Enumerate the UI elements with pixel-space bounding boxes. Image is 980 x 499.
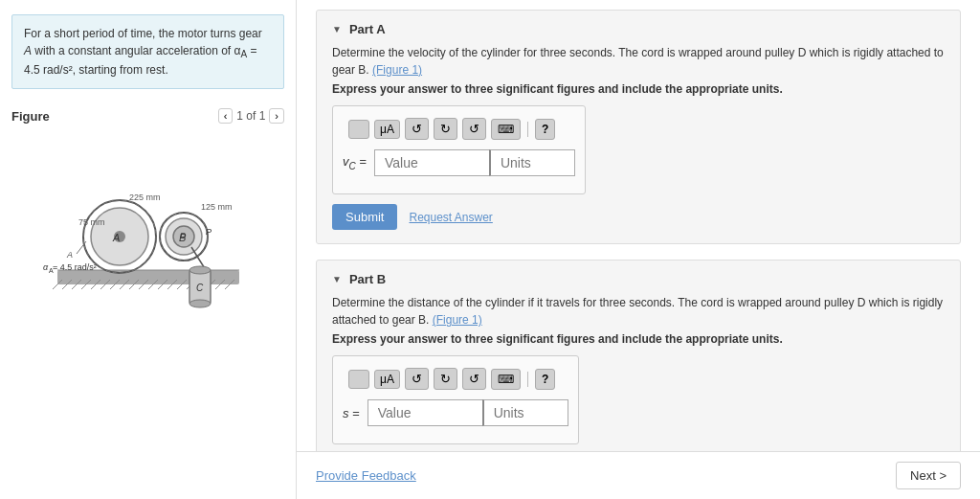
part-a-section: ▼ Part A Determine the velocity of the c…: [316, 10, 961, 244]
part-b-header: ▼ Part B: [332, 272, 945, 286]
part-a-mu-button[interactable]: μΑ: [374, 120, 400, 139]
part-a-instruction: Express your answer to three significant…: [332, 82, 945, 96]
part-b-answer-box: μΑ ↺ ↻ ↺ ⌨ ? s =: [332, 355, 579, 444]
part-a-label: Part A: [349, 22, 386, 36]
part-a-figure-ref[interactable]: (Figure 1): [372, 63, 422, 77]
part-b-grid-button[interactable]: [348, 370, 369, 389]
part-b-undo-button[interactable]: ↺: [405, 368, 429, 390]
part-a-units-input[interactable]: [489, 149, 575, 176]
part-b-figure-ref[interactable]: (Figure 1): [433, 313, 482, 327]
svg-text:125 mm: 125 mm: [201, 202, 233, 212]
footer-bar: Provide Feedback Next >: [297, 451, 980, 499]
part-b-toggle[interactable]: ▼: [332, 274, 342, 284]
part-b-toolbar: μΑ ↺ ↻ ↺ ⌨ ?: [343, 364, 568, 394]
part-a-help-button[interactable]: ?: [535, 119, 555, 140]
provide-feedback-button[interactable]: Provide Feedback: [316, 468, 416, 483]
part-b-label: Part B: [349, 272, 386, 286]
part-a-toggle[interactable]: ▼: [332, 24, 342, 34]
part-b-refresh-button[interactable]: ↺: [462, 368, 486, 390]
part-a-submit-button[interactable]: Submit: [332, 204, 397, 230]
part-a-request-answer-button[interactable]: Request Answer: [409, 211, 492, 224]
left-panel: For a short period of time, the motor tu…: [0, 0, 297, 499]
svg-point-32: [189, 266, 211, 274]
problem-text: For a short period of time, the motor tu…: [24, 27, 262, 77]
figure-image: A B D C A 225 mm 125 mm 75 mm α A = 4.5 …: [38, 131, 258, 323]
figure-next-button[interactable]: ›: [269, 108, 284, 124]
part-b-redo-button[interactable]: ↻: [434, 368, 457, 390]
part-b-value-input[interactable]: [368, 399, 482, 426]
part-a-toolbar: μΑ ↺ ↻ ↺ ⌨ ?: [343, 114, 575, 144]
right-panel: ▼ Part A Determine the velocity of the c…: [297, 0, 980, 499]
svg-rect-0: [57, 270, 239, 284]
svg-point-33: [189, 300, 211, 307]
svg-text:D: D: [180, 231, 187, 240]
part-a-description: Determine the velocity of the cylinder f…: [332, 44, 945, 79]
figure-header: Figure ‹ 1 of 1 ›: [11, 108, 284, 124]
part-b-toolbar-sep: [527, 372, 528, 387]
svg-text:A: A: [66, 250, 73, 260]
part-b-keyboard-button[interactable]: ⌨: [491, 369, 521, 390]
part-b-answer-row: s =: [343, 399, 568, 426]
part-a-action-row: Submit Request Answer: [332, 204, 945, 230]
part-a-undo-button[interactable]: ↺: [405, 118, 429, 140]
figure-nav: ‹ 1 of 1 ›: [218, 108, 284, 124]
part-b-description: Determine the distance of the cylinder i…: [332, 294, 945, 329]
svg-text:A: A: [112, 232, 120, 243]
part-a-redo-button[interactable]: ↻: [434, 118, 457, 140]
svg-text:C: C: [196, 283, 204, 293]
part-b-units-input[interactable]: [482, 399, 568, 426]
svg-text:75 mm: 75 mm: [78, 217, 105, 227]
part-a-refresh-button[interactable]: ↺: [462, 118, 486, 140]
part-a-answer-box: μΑ ↺ ↻ ↺ ⌨ ? vC =: [332, 105, 586, 194]
part-b-answer-label: s =: [343, 406, 360, 420]
part-a-keyboard-button[interactable]: ⌨: [491, 119, 521, 140]
part-a-value-input[interactable]: [374, 149, 489, 176]
figure-title: Figure: [11, 109, 50, 124]
part-a-header: ▼ Part A: [332, 22, 945, 36]
figure-svg: A B D C A 225 mm 125 mm 75 mm α A = 4.5 …: [38, 131, 258, 323]
figure-section: Figure ‹ 1 of 1 ›: [0, 99, 296, 499]
next-button[interactable]: Next >: [896, 462, 961, 489]
svg-text:= 4.5 rad/s²: = 4.5 rad/s²: [53, 262, 97, 272]
part-a-answer-row: vC =: [343, 149, 575, 176]
figure-page: 1 of 1: [236, 109, 265, 123]
part-b-help-button[interactable]: ?: [535, 369, 555, 390]
part-a-grid-button[interactable]: [348, 120, 369, 139]
part-b-instruction: Express your answer to three significant…: [332, 332, 945, 346]
svg-text:225 mm: 225 mm: [129, 193, 161, 202]
svg-text:P: P: [206, 227, 212, 237]
part-b-mu-button[interactable]: μΑ: [374, 370, 400, 389]
part-a-answer-label: vC =: [343, 154, 367, 171]
figure-prev-button[interactable]: ‹: [218, 108, 234, 124]
problem-statement: For a short period of time, the motor tu…: [11, 14, 284, 89]
part-a-toolbar-sep: [527, 122, 528, 137]
